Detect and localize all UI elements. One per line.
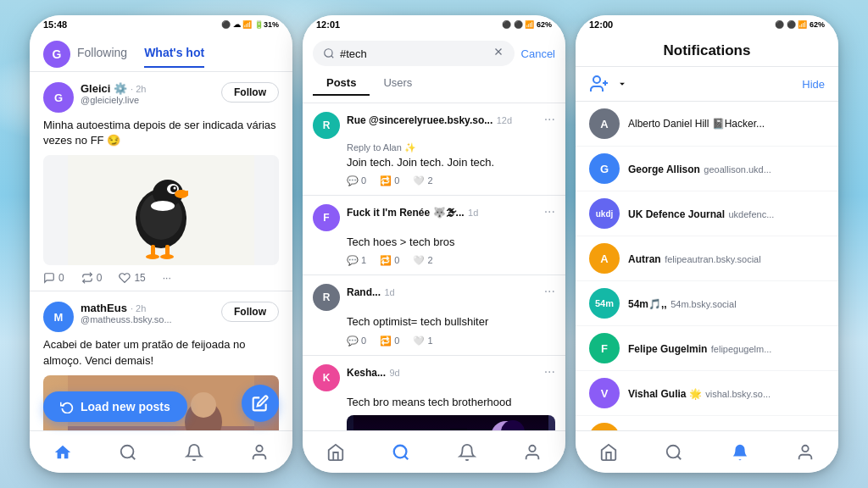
post-1-comment[interactable]: 0: [43, 272, 64, 284]
result-3-like[interactable]: 🤍 1: [413, 336, 432, 347]
bottom-nav-1: [30, 430, 292, 473]
result-4-avatar[interactable]: K: [313, 364, 340, 391]
post-2-handle: @matheuss.bsky.so...: [81, 314, 214, 324]
bottom-nav-2: [303, 430, 565, 473]
nav-bell-2[interactable]: [450, 435, 484, 469]
result-2-more[interactable]: ···: [544, 204, 555, 219]
result-1-comment[interactable]: 💬 0: [347, 175, 366, 186]
notif-handle-6: vishal.bsky.so...: [705, 389, 771, 399]
result-3-more[interactable]: ···: [544, 284, 555, 299]
search-tab-posts[interactable]: Posts: [313, 71, 370, 96]
nav-bell-1[interactable]: [177, 435, 211, 469]
nav-user-3[interactable]: [788, 435, 822, 469]
notif-info-5: Felipe Gugelmin felipegugelm...: [628, 341, 825, 356]
svg-line-65: [678, 456, 682, 459]
svg-line-19: [132, 456, 136, 459]
notif-item-7[interactable]: C Cat cats.bsky.social: [576, 416, 838, 430]
result-1-like[interactable]: 🤍 2: [413, 175, 432, 186]
status-time-3: 12:00: [589, 19, 613, 30]
post-2-avatar[interactable]: M: [43, 302, 74, 332]
nav-search-1[interactable]: [111, 435, 145, 469]
svg-point-21: [325, 49, 332, 57]
notif-item-2[interactable]: ukdj UK Defence Journal ukdefenc...: [576, 191, 838, 236]
status-icons-2: ⚫ ⚫ 📶 62%: [502, 20, 552, 29]
notif-name-6: Vishal Gulia 🌟: [628, 388, 702, 400]
svg-point-12: [160, 254, 174, 259]
notif-item-1[interactable]: G George Allison geoallison.ukd...: [576, 147, 838, 191]
search-box[interactable]: #tech: [313, 41, 515, 66]
result-2-comment[interactable]: 💬 1: [347, 255, 366, 266]
post-1-like[interactable]: 15: [119, 272, 145, 284]
status-icons-right-1: ⚫ ☁ 📶 🔋31%: [221, 20, 279, 29]
hide-button[interactable]: Hide: [802, 78, 825, 91]
result-3-repost[interactable]: 🔁 0: [380, 336, 399, 347]
nav-user-1[interactable]: [242, 435, 276, 469]
result-4-more[interactable]: ···: [544, 364, 555, 380]
result-1-more[interactable]: ···: [544, 112, 555, 127]
svg-point-61: [593, 76, 600, 83]
tab-following[interactable]: Following: [77, 41, 127, 68]
post-1-text: Minha autoestima depois de ser indicada …: [43, 118, 279, 148]
notif-avatar-5: F: [589, 333, 620, 363]
post-2-text: Acabei de bater um pratão de feijoada no…: [43, 337, 279, 368]
compose-button[interactable]: [242, 385, 279, 422]
post-1-avatar[interactable]: G: [43, 82, 74, 113]
notif-item-4[interactable]: 54m 54m🎵,, 54m.bsky.social: [576, 281, 838, 326]
search-clear-button[interactable]: [492, 46, 504, 61]
result-2-avatar[interactable]: F: [313, 204, 340, 231]
result-3-header: R Rand... 1d ···: [313, 284, 555, 311]
chevron-down-icon: [616, 78, 628, 90]
notif-name-1: George Allison: [628, 164, 700, 175]
result-3-actions: 💬 0 🔁 0 🤍 1: [347, 336, 555, 347]
result-2-repost[interactable]: 🔁 0: [380, 255, 399, 266]
notif-item-6[interactable]: V Vishal Gulia 🌟 vishal.bsky.so...: [576, 371, 838, 416]
notif-section-left: [589, 74, 628, 94]
search-cancel-button[interactable]: Cancel: [521, 47, 555, 60]
notifications-title: Notifications: [589, 42, 825, 59]
svg-point-58: [394, 445, 407, 458]
notif-avatar-6: V: [589, 378, 620, 408]
notif-info-0: Alberto Daniel Hill 📓Hacker...: [628, 118, 825, 130]
post-1-more[interactable]: ···: [163, 272, 171, 284]
notif-info-6: Vishal Gulia 🌟 vishal.bsky.so...: [628, 385, 825, 401]
user-avatar-header[interactable]: G: [43, 41, 70, 68]
result-3-avatar[interactable]: R: [313, 284, 340, 311]
post-1-follow-button[interactable]: Follow: [221, 82, 279, 103]
phone-feed: 15:48 ⚫ ☁ 📶 🔋31% G Following What's hot: [30, 15, 292, 473]
load-new-posts-button[interactable]: Load new posts: [43, 391, 187, 422]
result-3-time: 1d: [384, 287, 394, 297]
notif-name-4: 54m🎵,,: [628, 298, 667, 310]
nav-user-2[interactable]: [515, 435, 549, 469]
nav-home-3[interactable]: [592, 435, 626, 469]
result-2-time: 1d: [468, 208, 478, 218]
result-1-avatar[interactable]: R: [313, 112, 340, 139]
tab-whats-hot[interactable]: What's hot: [144, 41, 204, 68]
feed-tabs: Following What's hot: [77, 41, 204, 68]
result-3-comment[interactable]: 💬 0: [347, 336, 366, 347]
nav-bell-3[interactable]: [723, 435, 757, 469]
result-1-repost[interactable]: 🔁 0: [380, 175, 399, 186]
result-4-name: Kesha...: [347, 367, 386, 379]
notif-avatar-3: A: [589, 243, 620, 274]
notif-item-5[interactable]: F Felipe Gugelmin felipegugelm...: [576, 326, 838, 371]
svg-line-22: [331, 56, 334, 58]
nav-search-3[interactable]: [657, 435, 691, 469]
post-1-repost[interactable]: 0: [81, 272, 103, 284]
notif-avatar-7: C: [589, 423, 620, 430]
nav-search-2[interactable]: [384, 435, 418, 469]
phone-notifications: 12:00 ⚫ ⚫ 📶 62% Notifications Hide A Al: [576, 15, 838, 473]
nav-home-2[interactable]: [319, 435, 353, 469]
status-time-2: 12:01: [316, 19, 340, 30]
notif-item-0[interactable]: A Alberto Daniel Hill 📓Hacker...: [576, 102, 838, 147]
result-2-text: Tech hoes > tech bros: [347, 235, 555, 250]
phones-container: 15:48 ⚫ ☁ 📶 🔋31% G Following What's hot: [0, 0, 868, 488]
nav-home-1[interactable]: [46, 435, 80, 469]
bottom-nav-3: [576, 430, 838, 473]
search-tab-users[interactable]: Users: [370, 71, 426, 96]
result-2-like[interactable]: 🤍 2: [413, 255, 432, 266]
post-2-follow-button[interactable]: Follow: [221, 302, 279, 322]
search-icon: [323, 47, 335, 59]
notif-item-3[interactable]: A Autran felipeautran.bsky.social: [576, 236, 838, 281]
post-2-time: · 2h: [131, 303, 146, 313]
post-1-image: [43, 155, 279, 265]
